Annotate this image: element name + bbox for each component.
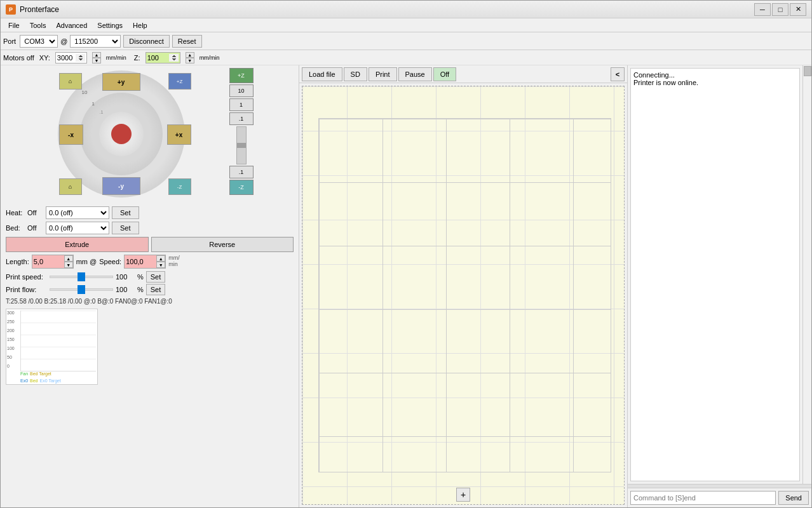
length-up[interactable]: ▲ — [64, 255, 73, 262]
close-button[interactable]: ✕ — [790, 3, 806, 16]
menu-help[interactable]: Help — [128, 20, 152, 30]
z-minus-button[interactable]: -Z — [229, 180, 254, 195]
grid-line-5 — [21, 359, 96, 359]
xy-down-btn[interactable]: ▼ — [92, 58, 101, 64]
grid-line-1 — [21, 311, 96, 311]
home-topright-button[interactable]: +Z — [168, 73, 191, 90]
print-flow-set-button[interactable]: Set — [146, 284, 166, 295]
z-step-10-up[interactable]: 10 — [229, 84, 254, 97]
add-button[interactable]: + — [456, 488, 470, 502]
temp-chart: 300 250 200 150 100 50 0 — [6, 309, 98, 385]
print-flow-row: Print flow: 100 % Set — [6, 284, 294, 295]
command-input[interactable] — [630, 491, 776, 505]
temp-200: 200 — [7, 328, 15, 333]
z-slider[interactable] — [236, 126, 247, 164]
speed-label: Speed: — [99, 258, 121, 265]
temp-100: 100 — [7, 346, 15, 351]
y-minus-button[interactable]: -y — [102, 177, 140, 195]
bed-set-button[interactable]: Set — [112, 222, 139, 234]
reverse-button[interactable]: Reverse — [151, 237, 294, 252]
jog-section: 100 10 1 .1 +y -y -x +x — [1, 65, 299, 204]
print-flow-unit: % — [137, 286, 144, 293]
right-panel: Connecting... Printer is now online. Sen… — [627, 65, 811, 507]
off-button[interactable]: Off — [433, 67, 456, 81]
command-area: Send — [628, 488, 811, 507]
home-bottomright-button[interactable]: -Z — [168, 178, 191, 195]
speed-status-bar: Motors off XY: ▲ ▼ mm/min Z: ▲ ▼ mm/min — [1, 50, 811, 65]
baud-select[interactable]: 115200 — [70, 35, 121, 48]
log-message-2: Printer is now online. — [633, 79, 797, 86]
x-minus-button[interactable]: -x — [59, 124, 83, 145]
length-speed-row: Length: ▲ ▼ mm @ Speed: ▲ — [6, 255, 294, 269]
speed-input-group: ▲ ▼ — [124, 255, 166, 269]
port-label: Port — [3, 37, 16, 45]
disconnect-button[interactable]: Disconnect — [123, 35, 169, 48]
z-mm-min-label: mm/min — [200, 55, 220, 61]
print-toolbar: Load file SD Print Pause Off < — [299, 65, 627, 83]
app-icon: P — [6, 4, 16, 15]
z-spinner[interactable]: ▲ ▼ — [186, 52, 194, 64]
bed-row: Bed: Off 0.0 (off) Set — [6, 222, 294, 234]
main-window: P Pronterface ─ □ ✕ File Tools Advanced … — [0, 0, 812, 508]
jog-inner-ring — [99, 112, 144, 156]
temp-250: 250 — [7, 319, 15, 324]
length-input[interactable] — [32, 255, 64, 268]
xy-spinner[interactable]: ▲ ▼ — [92, 52, 101, 64]
speed-input[interactable] — [125, 255, 156, 268]
heat-select[interactable]: 0.0 (off) — [46, 206, 109, 219]
port-select[interactable]: COM3 — [20, 35, 58, 48]
xy-speed-input[interactable] — [55, 52, 87, 64]
z-axis-panel: +Z 10 1 .1 .1 -Z — [228, 68, 255, 195]
speed-up[interactable]: ▲ — [156, 255, 165, 262]
print-button[interactable]: Print — [369, 67, 397, 81]
xy-up-btn[interactable]: ▲ — [92, 52, 101, 58]
send-button[interactable]: Send — [778, 491, 809, 505]
log-message-1: Connecting... — [633, 71, 797, 79]
minimize-button[interactable]: ─ — [754, 3, 771, 16]
print-area-overlay — [318, 118, 611, 472]
bed-select[interactable]: 0.0 (off) — [46, 222, 109, 234]
load-file-button[interactable]: Load file — [302, 67, 342, 81]
menu-file[interactable]: File — [3, 20, 25, 30]
length-down[interactable]: ▼ — [64, 262, 73, 268]
window-title: Pronterface — [20, 5, 754, 14]
print-speed-value: 100 — [116, 273, 135, 281]
z-step-1-up[interactable]: 1 — [229, 98, 254, 111]
pause-button[interactable]: Pause — [398, 67, 432, 81]
heat-set-button[interactable]: Set — [112, 206, 139, 219]
print-speed-slider[interactable] — [50, 276, 113, 278]
speed-spinner[interactable]: ▲ ▼ — [156, 255, 165, 268]
temp-0: 0 — [7, 364, 10, 368]
print-speed-row: Print speed: 100 % Set — [6, 271, 294, 283]
inner-grid — [319, 119, 611, 472]
scrollbar-thumb[interactable] — [804, 66, 811, 76]
menu-settings[interactable]: Settings — [92, 20, 128, 30]
log-content-area: Connecting... Printer is now online. — [628, 65, 811, 484]
z-speed-input[interactable] — [145, 52, 180, 64]
log-scrollbar[interactable] — [802, 65, 811, 484]
speed-down[interactable]: ▼ — [156, 262, 165, 268]
z-step-01-up[interactable]: .1 — [229, 112, 254, 125]
z-up-btn[interactable]: ▲ — [186, 52, 194, 58]
z-down-btn[interactable]: ▼ — [186, 58, 194, 64]
maximize-button[interactable]: □ — [772, 3, 788, 16]
z-step-01-down[interactable]: .1 — [229, 166, 254, 178]
length-spinner[interactable]: ▲ ▼ — [64, 255, 73, 268]
z-plus-button[interactable]: +Z — [229, 68, 254, 83]
reset-button[interactable]: Reset — [172, 35, 202, 48]
x-plus-button[interactable]: +x — [167, 124, 191, 145]
print-flow-label: Print flow: — [6, 286, 47, 293]
y-plus-button[interactable]: +y — [102, 73, 140, 91]
home-topleft-button[interactable]: ⌂ — [59, 73, 82, 90]
home-bottomleft-button[interactable]: ⌂ — [59, 178, 82, 195]
nav-back-button[interactable]: < — [611, 67, 625, 81]
heat-off-status: Off — [27, 209, 43, 217]
print-speed-set-button[interactable]: Set — [146, 271, 166, 283]
menu-advanced[interactable]: Advanced — [51, 20, 92, 30]
menu-tools[interactable]: Tools — [25, 20, 51, 30]
sd-button[interactable]: SD — [344, 67, 367, 81]
print-flow-slider[interactable] — [50, 288, 113, 291]
extrude-button[interactable]: Extrude — [6, 237, 149, 252]
z-label: Z: — [134, 54, 140, 62]
jog-home-button[interactable] — [111, 124, 132, 144]
